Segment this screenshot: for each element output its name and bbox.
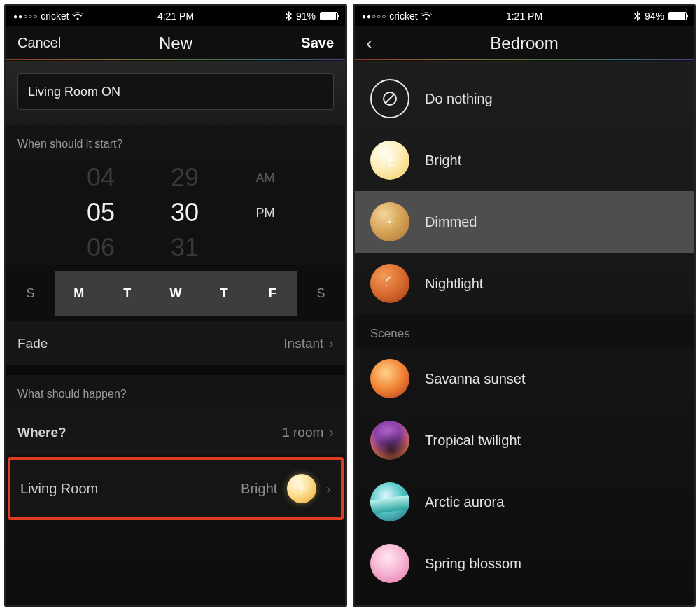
- scene-label: Savanna sunset: [425, 371, 525, 387]
- svg-point-7: [388, 158, 392, 162]
- where-label: Where?: [18, 425, 66, 440]
- fade-value: Instant: [284, 336, 323, 351]
- status-bar: ●●○○○ cricket 1:21 PM 94%: [355, 6, 694, 26]
- preset-nightlight[interactable]: Nightlight: [355, 253, 694, 314]
- screen-new-routine: ●●○○○ cricket 4:21 PM 91% Cancel New Sav…: [4, 4, 347, 607]
- page-title: Bedroom: [490, 34, 558, 53]
- svg-rect-1: [302, 483, 302, 485]
- wifi-icon: [421, 12, 432, 20]
- svg-point-16: [388, 220, 391, 223]
- svg-rect-18: [389, 225, 390, 226]
- chevron-right-icon: ›: [329, 335, 334, 351]
- where-value: 1 room: [282, 425, 323, 440]
- scene-spring-blossom[interactable]: Spring blossom: [355, 533, 694, 594]
- scene-label: Spring blossom: [425, 556, 522, 572]
- battery-icon: [320, 12, 338, 20]
- picker-minute-column[interactable]: 29 30 31: [153, 160, 216, 265]
- section-when-label: When should it start?: [6, 125, 345, 160]
- scene-thumb-icon: [370, 544, 410, 583]
- svg-rect-10: [384, 160, 386, 161]
- time-picker[interactable]: 04 05 06 29 30 31 AM PM: [6, 160, 345, 265]
- signal-dots-icon: ●●○○○: [13, 13, 38, 20]
- day-sun[interactable]: S: [6, 265, 55, 321]
- preset-label: Bright: [425, 153, 461, 169]
- wifi-icon: [72, 12, 83, 20]
- day-sat[interactable]: S: [297, 265, 345, 321]
- status-time: 1:21 PM: [506, 10, 542, 22]
- preset-do-nothing[interactable]: Do nothing: [355, 68, 694, 129]
- day-wed[interactable]: W: [151, 271, 200, 316]
- signal-dots-icon: ●●○○○: [362, 13, 386, 20]
- svg-rect-2: [302, 492, 302, 494]
- dimmed-orb-icon: [370, 202, 410, 241]
- svg-rect-8: [389, 154, 391, 156]
- room-name: Living Room: [20, 481, 98, 497]
- svg-rect-17: [389, 218, 390, 219]
- svg-point-0: [300, 487, 304, 491]
- save-button[interactable]: Save: [192, 35, 334, 51]
- scene-thumb-icon: [370, 421, 410, 460]
- section-what-label: What should happen?: [6, 375, 345, 410]
- room-scene-row[interactable]: Living Room Bright ›: [8, 457, 344, 520]
- chevron-right-icon: ›: [326, 481, 331, 497]
- scene-thumb-icon: [370, 359, 410, 398]
- chevron-right-icon: ›: [329, 424, 334, 440]
- bluetooth-icon: [634, 11, 640, 21]
- fade-label: Fade: [18, 336, 48, 351]
- bright-orb-icon: [370, 141, 410, 180]
- scene-tropical-twilight[interactable]: Tropical twilight: [355, 409, 694, 471]
- svg-rect-14: [393, 154, 395, 156]
- day-mon[interactable]: M: [55, 271, 103, 316]
- day-selector: S M T W T F S: [6, 265, 345, 321]
- cancel-button[interactable]: Cancel: [18, 35, 159, 51]
- routine-name-input[interactable]: [18, 73, 334, 110]
- where-row[interactable]: Where? 1 room ›: [6, 410, 345, 454]
- carrier-label: cricket: [41, 10, 69, 22]
- nothing-icon: [370, 79, 410, 118]
- nav-bar: ‹ Bedroom: [355, 26, 694, 61]
- page-title: New: [159, 34, 192, 53]
- bluetooth-icon: [286, 11, 292, 21]
- svg-rect-12: [384, 155, 386, 157]
- day-tue[interactable]: T: [103, 271, 151, 316]
- carrier-label: cricket: [389, 10, 417, 22]
- picker-ampm-column[interactable]: AM PM: [244, 160, 286, 265]
- day-fri[interactable]: F: [248, 271, 297, 316]
- scene-label: Arctic aurora: [425, 494, 504, 510]
- scene-label: Tropical twilight: [425, 433, 521, 449]
- svg-rect-15: [384, 162, 386, 164]
- nav-bar: Cancel New Save: [6, 26, 345, 61]
- preset-dimmed[interactable]: Dimmed: [355, 191, 694, 253]
- svg-rect-11: [394, 160, 396, 161]
- picker-hour-column[interactable]: 04 05 06: [69, 160, 132, 265]
- svg-line-6: [386, 94, 394, 103]
- scene-arctic-aurora[interactable]: Arctic aurora: [355, 471, 694, 533]
- preset-bright[interactable]: Bright: [355, 129, 694, 191]
- room-scene-value: Bright: [241, 481, 277, 497]
- back-button[interactable]: ‹: [366, 32, 372, 54]
- screen-scene-picker: ●●○○○ cricket 1:21 PM 94% ‹ Bedroom Do n…: [353, 4, 696, 607]
- svg-rect-19: [386, 221, 387, 222]
- preset-label: Dimmed: [425, 214, 477, 230]
- scene-thumb-icon: [370, 482, 410, 521]
- bright-orb-icon: [287, 474, 316, 503]
- scenes-header: Scenes: [355, 314, 694, 348]
- fade-row[interactable]: Fade Instant ›: [6, 321, 345, 365]
- moon-icon: [370, 264, 410, 303]
- status-time: 4:21 PM: [158, 10, 194, 22]
- svg-rect-4: [305, 488, 307, 489]
- battery-icon: [668, 12, 687, 20]
- svg-rect-3: [296, 488, 298, 489]
- battery-percent: 91%: [296, 10, 316, 22]
- preset-label: Nightlight: [425, 276, 483, 292]
- svg-rect-13: [393, 164, 395, 166]
- svg-rect-20: [393, 221, 394, 222]
- battery-percent: 94%: [645, 10, 664, 22]
- preset-label: Do nothing: [425, 91, 493, 107]
- scene-savanna-sunset[interactable]: Savanna sunset: [355, 348, 694, 409]
- svg-rect-9: [389, 164, 391, 167]
- day-thu[interactable]: T: [200, 271, 248, 316]
- status-bar: ●●○○○ cricket 4:21 PM 91%: [6, 6, 345, 26]
